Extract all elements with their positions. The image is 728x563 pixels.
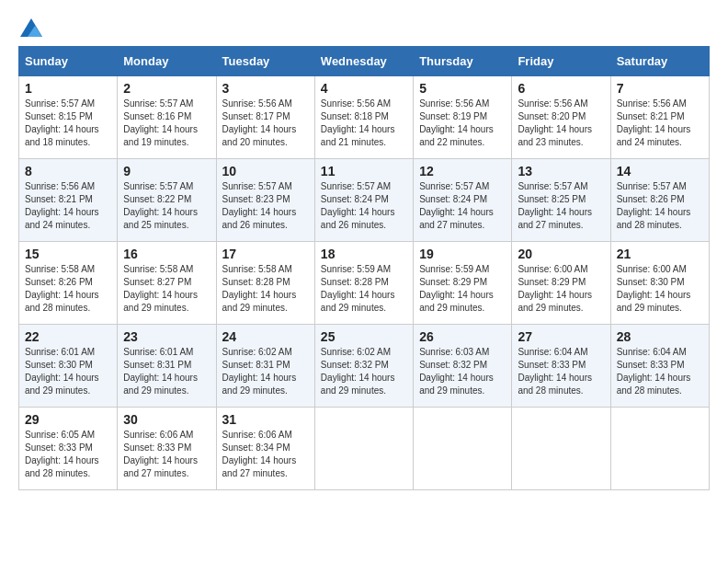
day-number: 7	[617, 81, 703, 96]
day-number: 23	[123, 329, 210, 344]
calendar-week-4: 22Sunrise: 6:01 AM Sunset: 8:30 PM Dayli…	[19, 325, 710, 408]
day-info: Sunrise: 6:01 AM Sunset: 8:31 PM Dayligh…	[123, 346, 210, 397]
day-number: 29	[25, 412, 111, 427]
day-info: Sunrise: 5:56 AM Sunset: 8:17 PM Dayligh…	[222, 98, 309, 149]
calendar-cell: 19Sunrise: 5:59 AM Sunset: 8:29 PM Dayli…	[414, 242, 512, 325]
calendar-cell: 22Sunrise: 6:01 AM Sunset: 8:30 PM Dayli…	[19, 325, 118, 408]
day-info: Sunrise: 5:57 AM Sunset: 8:24 PM Dayligh…	[321, 180, 407, 232]
calendar-cell: 15Sunrise: 5:58 AM Sunset: 8:26 PM Dayli…	[19, 242, 118, 325]
day-number: 15	[25, 247, 111, 261]
day-number: 31	[222, 412, 309, 427]
day-info: Sunrise: 5:57 AM Sunset: 8:15 PM Dayligh…	[25, 98, 111, 149]
day-info: Sunrise: 5:59 AM Sunset: 8:28 PM Dayligh…	[321, 263, 407, 315]
calendar-cell: 16Sunrise: 5:58 AM Sunset: 8:27 PM Dayli…	[118, 242, 216, 325]
calendar-cell: 24Sunrise: 6:02 AM Sunset: 8:31 PM Dayli…	[216, 325, 314, 408]
calendar-cell: 12Sunrise: 5:57 AM Sunset: 8:24 PM Dayli…	[414, 159, 512, 242]
calendar-table: SundayMondayTuesdayWednesdayThursdayFrid…	[18, 46, 710, 490]
day-number: 28	[617, 329, 703, 344]
day-info: Sunrise: 6:02 AM Sunset: 8:32 PM Dayligh…	[321, 346, 407, 397]
calendar-cell: 3Sunrise: 5:56 AM Sunset: 8:17 PM Daylig…	[216, 76, 314, 159]
day-number: 26	[419, 329, 506, 344]
day-number: 25	[321, 329, 407, 344]
calendar-cell: 29Sunrise: 6:05 AM Sunset: 8:33 PM Dayli…	[19, 408, 118, 490]
day-number: 17	[222, 247, 309, 261]
day-info: Sunrise: 6:02 AM Sunset: 8:31 PM Dayligh…	[222, 346, 309, 397]
day-info: Sunrise: 5:57 AM Sunset: 8:25 PM Dayligh…	[518, 180, 604, 232]
day-info: Sunrise: 5:57 AM Sunset: 8:16 PM Dayligh…	[123, 98, 210, 149]
calendar-week-1: 1Sunrise: 5:57 AM Sunset: 8:15 PM Daylig…	[19, 76, 710, 159]
day-number: 24	[222, 329, 309, 344]
calendar-cell: 4Sunrise: 5:56 AM Sunset: 8:18 PM Daylig…	[314, 76, 413, 159]
day-info: Sunrise: 6:06 AM Sunset: 8:34 PM Dayligh…	[222, 429, 309, 480]
day-info: Sunrise: 6:04 AM Sunset: 8:33 PM Dayligh…	[518, 346, 604, 397]
calendar-cell: 17Sunrise: 5:58 AM Sunset: 8:28 PM Dayli…	[216, 242, 314, 325]
calendar-cell: 10Sunrise: 5:57 AM Sunset: 8:23 PM Dayli…	[216, 159, 314, 242]
page-header	[18, 18, 710, 37]
day-info: Sunrise: 5:59 AM Sunset: 8:29 PM Dayligh…	[419, 263, 506, 315]
day-header-wednesday: Wednesday	[314, 47, 413, 76]
day-number: 22	[25, 329, 111, 344]
calendar-cell	[610, 408, 709, 490]
day-info: Sunrise: 6:04 AM Sunset: 8:33 PM Dayligh…	[617, 346, 703, 397]
day-header-thursday: Thursday	[414, 47, 512, 76]
calendar-cell: 6Sunrise: 5:56 AM Sunset: 8:20 PM Daylig…	[512, 76, 610, 159]
day-info: Sunrise: 5:58 AM Sunset: 8:28 PM Dayligh…	[222, 263, 309, 315]
calendar-header-row: SundayMondayTuesdayWednesdayThursdayFrid…	[19, 47, 710, 76]
day-number: 9	[123, 164, 210, 178]
day-number: 16	[123, 247, 210, 261]
day-number: 21	[617, 247, 703, 261]
calendar-cell: 20Sunrise: 6:00 AM Sunset: 8:29 PM Dayli…	[512, 242, 610, 325]
calendar-cell	[314, 408, 413, 490]
day-info: Sunrise: 5:56 AM Sunset: 8:20 PM Dayligh…	[518, 98, 604, 149]
calendar-cell: 23Sunrise: 6:01 AM Sunset: 8:31 PM Dayli…	[118, 325, 216, 408]
day-number: 3	[222, 81, 309, 96]
day-info: Sunrise: 6:06 AM Sunset: 8:33 PM Dayligh…	[123, 429, 210, 480]
calendar-cell: 14Sunrise: 5:57 AM Sunset: 8:26 PM Dayli…	[610, 159, 709, 242]
calendar-cell: 28Sunrise: 6:04 AM Sunset: 8:33 PM Dayli…	[610, 325, 709, 408]
day-info: Sunrise: 5:58 AM Sunset: 8:26 PM Dayligh…	[25, 263, 111, 315]
day-number: 13	[518, 164, 604, 178]
day-number: 27	[518, 329, 604, 344]
calendar-cell: 5Sunrise: 5:56 AM Sunset: 8:19 PM Daylig…	[414, 76, 512, 159]
day-info: Sunrise: 5:57 AM Sunset: 8:26 PM Dayligh…	[617, 180, 703, 232]
calendar-cell: 7Sunrise: 5:56 AM Sunset: 8:21 PM Daylig…	[610, 76, 709, 159]
calendar-cell: 18Sunrise: 5:59 AM Sunset: 8:28 PM Dayli…	[314, 242, 413, 325]
calendar-cell	[512, 408, 610, 490]
day-number: 19	[419, 247, 506, 261]
day-info: Sunrise: 6:05 AM Sunset: 8:33 PM Dayligh…	[25, 429, 111, 480]
calendar-cell: 1Sunrise: 5:57 AM Sunset: 8:15 PM Daylig…	[19, 76, 118, 159]
day-info: Sunrise: 5:56 AM Sunset: 8:19 PM Dayligh…	[419, 98, 506, 149]
calendar-cell: 26Sunrise: 6:03 AM Sunset: 8:32 PM Dayli…	[414, 325, 512, 408]
day-header-sunday: Sunday	[19, 47, 118, 76]
day-info: Sunrise: 6:00 AM Sunset: 8:30 PM Dayligh…	[617, 263, 703, 315]
calendar-cell: 13Sunrise: 5:57 AM Sunset: 8:25 PM Dayli…	[512, 159, 610, 242]
day-header-tuesday: Tuesday	[216, 47, 314, 76]
calendar-cell: 8Sunrise: 5:56 AM Sunset: 8:21 PM Daylig…	[19, 159, 118, 242]
calendar-cell: 21Sunrise: 6:00 AM Sunset: 8:30 PM Dayli…	[610, 242, 709, 325]
day-number: 12	[419, 164, 506, 178]
day-number: 14	[617, 164, 703, 178]
day-number: 1	[25, 81, 111, 96]
day-info: Sunrise: 5:57 AM Sunset: 8:23 PM Dayligh…	[222, 180, 309, 232]
calendar-cell: 9Sunrise: 5:57 AM Sunset: 8:22 PM Daylig…	[118, 159, 216, 242]
logo	[18, 18, 42, 37]
day-info: Sunrise: 5:56 AM Sunset: 8:18 PM Dayligh…	[321, 98, 407, 149]
day-info: Sunrise: 6:01 AM Sunset: 8:30 PM Dayligh…	[25, 346, 111, 397]
calendar-cell: 30Sunrise: 6:06 AM Sunset: 8:33 PM Dayli…	[118, 408, 216, 490]
day-header-friday: Friday	[512, 47, 610, 76]
day-info: Sunrise: 6:03 AM Sunset: 8:32 PM Dayligh…	[419, 346, 506, 397]
day-info: Sunrise: 5:56 AM Sunset: 8:21 PM Dayligh…	[617, 98, 703, 149]
day-info: Sunrise: 5:58 AM Sunset: 8:27 PM Dayligh…	[123, 263, 210, 315]
day-header-monday: Monday	[118, 47, 216, 76]
day-info: Sunrise: 5:56 AM Sunset: 8:21 PM Dayligh…	[25, 180, 111, 232]
calendar-cell: 25Sunrise: 6:02 AM Sunset: 8:32 PM Dayli…	[314, 325, 413, 408]
calendar-cell: 11Sunrise: 5:57 AM Sunset: 8:24 PM Dayli…	[314, 159, 413, 242]
day-number: 5	[419, 81, 506, 96]
calendar-cell	[414, 408, 512, 490]
calendar-cell: 27Sunrise: 6:04 AM Sunset: 8:33 PM Dayli…	[512, 325, 610, 408]
calendar-week-5: 29Sunrise: 6:05 AM Sunset: 8:33 PM Dayli…	[19, 408, 710, 490]
calendar-cell: 2Sunrise: 5:57 AM Sunset: 8:16 PM Daylig…	[118, 76, 216, 159]
day-info: Sunrise: 6:00 AM Sunset: 8:29 PM Dayligh…	[518, 263, 604, 315]
day-number: 18	[321, 247, 407, 261]
day-number: 20	[518, 247, 604, 261]
